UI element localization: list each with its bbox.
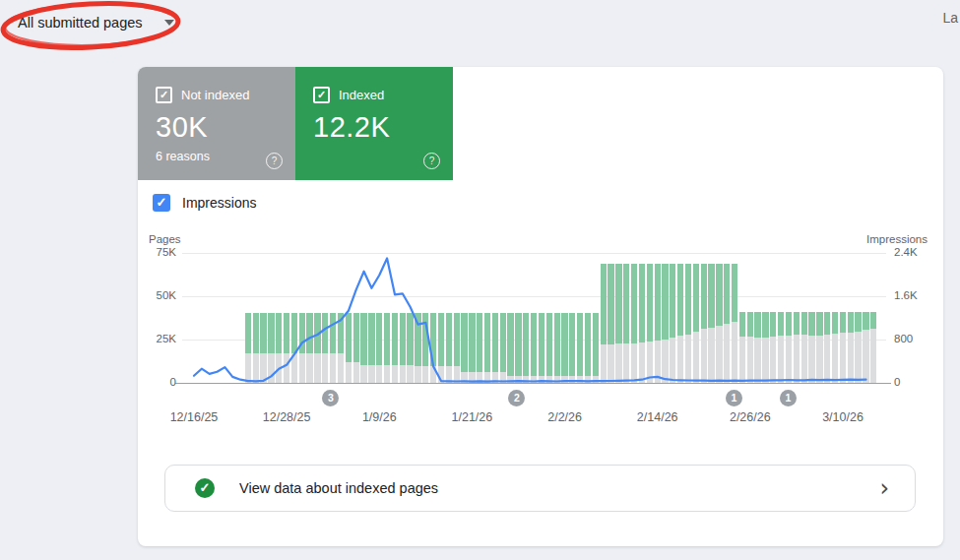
indexed-bar xyxy=(647,264,653,341)
indexed-bar xyxy=(808,312,814,336)
not-indexed-bar xyxy=(291,353,297,383)
indexed-bar xyxy=(639,264,645,342)
indexed-bar xyxy=(608,264,613,344)
not-indexed-bar xyxy=(870,329,876,383)
indexed-bar xyxy=(276,313,282,353)
not-indexed-bar xyxy=(500,372,506,383)
not-indexed-bar xyxy=(832,334,838,383)
not-indexed-checkbox[interactable]: ✓ xyxy=(156,87,172,103)
status-cards: ✓ Not indexed 30K 6 reasons ? ✓ Indexed … xyxy=(138,67,453,180)
indexed-bar xyxy=(778,312,784,337)
issue-marker[interactable]: 3 xyxy=(322,390,339,406)
issue-marker[interactable]: 1 xyxy=(780,390,797,406)
indexed-bar xyxy=(384,313,390,365)
left-axis-tick: 0 xyxy=(145,376,176,388)
indexed-bar xyxy=(816,312,822,336)
help-icon[interactable]: ? xyxy=(266,153,283,169)
indexed-bar xyxy=(477,313,482,373)
indexed-bar xyxy=(376,313,382,365)
left-axis-tick: 25K xyxy=(145,333,176,344)
indexed-bar xyxy=(438,313,444,367)
not-indexed-bar xyxy=(531,376,537,383)
x-axis-date-label: 2/2/26 xyxy=(531,410,600,424)
not-indexed-bar xyxy=(593,376,599,383)
not-indexed-bar xyxy=(438,366,444,383)
not-indexed-bar xyxy=(608,344,613,383)
indexed-bar xyxy=(492,313,498,373)
indexed-bar xyxy=(662,264,668,340)
not-indexed-bar xyxy=(554,376,560,383)
x-axis-date-label: 2/14/26 xyxy=(623,410,692,424)
not-indexed-bar xyxy=(477,372,482,383)
not-indexed-bar xyxy=(338,353,344,383)
indexed-bar xyxy=(454,313,460,367)
indexed-bar xyxy=(253,313,259,353)
not-indexed-bar xyxy=(376,365,382,383)
view-indexed-data-label: View data about indexed pages xyxy=(239,480,438,496)
indexed-bar xyxy=(716,264,722,325)
indexed-label: Indexed xyxy=(339,88,384,102)
help-icon[interactable]: ? xyxy=(423,153,440,169)
not-indexed-bar xyxy=(400,365,406,383)
chevron-down-icon xyxy=(164,20,174,26)
page-filter-dropdown[interactable]: All submitted pages xyxy=(18,11,174,34)
indexed-count: 12.2K xyxy=(313,111,453,144)
not-indexed-bar xyxy=(515,376,521,383)
not-indexed-bar xyxy=(469,372,475,383)
view-indexed-data-button[interactable]: ✓ View data about indexed pages › xyxy=(164,465,916,512)
not-indexed-bar xyxy=(260,353,266,383)
not-indexed-bar xyxy=(863,330,868,383)
page-filter-dropdown-label: All submitted pages xyxy=(18,15,143,31)
indexed-bar xyxy=(615,264,621,343)
indexed-bar xyxy=(407,313,413,365)
not-indexed-bar xyxy=(647,342,653,383)
not-indexed-bar xyxy=(415,366,420,383)
indexed-bar xyxy=(824,312,830,335)
not-indexed-bar xyxy=(569,376,575,383)
not-indexed-label: Not indexed xyxy=(181,88,249,102)
indexed-bar xyxy=(360,313,366,365)
not-indexed-bar xyxy=(276,353,282,383)
issue-marker[interactable]: 1 xyxy=(726,390,742,406)
indexed-bar xyxy=(601,264,607,344)
indexed-bar xyxy=(260,313,266,353)
indexed-bar xyxy=(415,313,420,367)
not-indexed-bar xyxy=(446,366,452,383)
not-indexed-bar xyxy=(701,329,707,383)
indexed-bar xyxy=(322,313,328,353)
not-indexed-bar xyxy=(747,337,753,383)
indexed-bar xyxy=(330,313,336,353)
indexed-card[interactable]: ✓ Indexed 12.2K ? xyxy=(295,67,453,180)
not-indexed-bar xyxy=(484,372,490,383)
indexed-bar xyxy=(701,264,707,329)
not-indexed-bar xyxy=(253,353,259,383)
indexed-bar xyxy=(500,313,506,373)
chart-gridline xyxy=(182,253,886,254)
indexed-bar xyxy=(245,313,251,353)
not-indexed-bar xyxy=(801,335,807,383)
not-indexed-bar xyxy=(732,322,737,383)
not-indexed-bar xyxy=(330,353,336,383)
x-axis-date-label: 12/28/25 xyxy=(252,410,321,424)
indexed-bar xyxy=(747,312,753,338)
not-indexed-bar xyxy=(677,336,683,383)
indexed-bar xyxy=(461,313,467,373)
indexed-bar xyxy=(685,264,691,334)
indexed-bar xyxy=(631,264,637,342)
impressions-toggle[interactable]: ✓ Impressions xyxy=(153,194,256,212)
not-indexed-bar xyxy=(754,338,760,383)
not-indexed-bar xyxy=(670,338,675,383)
issue-marker[interactable]: 2 xyxy=(508,390,525,406)
indexed-bar xyxy=(840,312,846,333)
indexed-bar xyxy=(338,313,344,353)
not-indexed-bar xyxy=(546,376,552,383)
indexed-bar xyxy=(770,312,776,338)
not-indexed-bar xyxy=(778,336,784,383)
impressions-checkbox[interactable]: ✓ xyxy=(153,194,170,212)
indexed-bar xyxy=(623,264,629,342)
x-axis-date-label: 12/16/25 xyxy=(160,410,228,424)
not-indexed-card[interactable]: ✓ Not indexed 30K 6 reasons ? xyxy=(138,67,295,180)
indexed-bar xyxy=(515,313,521,376)
indexed-checkbox[interactable]: ✓ xyxy=(313,87,330,103)
right-axis-tick: 2.4K xyxy=(894,246,918,258)
